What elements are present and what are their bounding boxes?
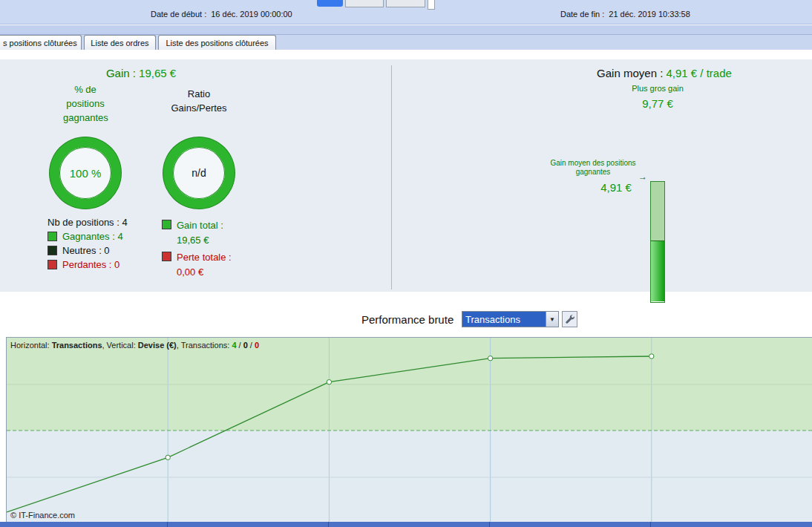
perte-totale-swatch — [162, 252, 171, 261]
cropped-gray-button-2[interactable] — [386, 0, 425, 7]
date-end-label: Date de fin : — [560, 10, 604, 19]
cropped-white-panel — [428, 0, 435, 10]
axis-tick — [489, 522, 490, 527]
axis-tick — [650, 522, 651, 527]
horizontal-label: Horizontal: — [10, 341, 52, 350]
equity-curve-svg — [7, 338, 812, 522]
perte-totale-value: 0,00 € — [177, 266, 203, 278]
horizontal-value: Transactions — [52, 341, 102, 350]
gain-label: Gain : — [106, 67, 136, 79]
equity-chart[interactable]: Horizontal: Transactions, Vertical: Devi… — [6, 337, 812, 522]
plus-gros-gain-label: Plus gros gain — [621, 84, 695, 93]
cropped-gray-button-1[interactable] — [345, 0, 384, 7]
gain-bar-bottom-segment — [651, 241, 664, 301]
legend-label: Perdantes : 0 — [62, 259, 119, 270]
gain-total-value: 19,65 € — [177, 235, 209, 246]
wrench-icon — [565, 314, 575, 324]
legend-label: Gagnantes : 4 — [62, 231, 123, 242]
gain-total-label: Gain total : — [177, 220, 223, 231]
gain-header: Gain : 19,65 € — [59, 67, 223, 79]
performance-brute-label: Performance brute — [361, 313, 454, 326]
arrow-right-icon: → — [638, 171, 647, 182]
x-axis-bar — [0, 522, 812, 527]
legend-label: Neutres : 0 — [62, 245, 110, 256]
toolbar-strip — [0, 25, 812, 35]
selected-option: Transactions — [462, 312, 546, 327]
section-divider — [391, 65, 392, 289]
pct-gagnantes-donut: 100 % — [50, 137, 121, 209]
gain-moyen-gagnantes-label: Gain moyen des positions gagnantes — [545, 159, 641, 177]
perte-totale-label: Perte totale : — [177, 252, 232, 263]
date-start-label: Date de début : — [151, 10, 206, 19]
ratio-value: n/d — [191, 167, 206, 179]
legend-gagnantes: Gagnantes : 4 — [48, 231, 123, 242]
toolbar-dates: Date de début :16 déc. 2019 00:00:00 Dat… — [0, 0, 812, 24]
date-start-value: 16 déc. 2019 00:00:00 — [211, 10, 292, 19]
gain-moyen-label: Gain moyen : — [597, 67, 663, 79]
legend-neutres: Neutres : 0 — [48, 245, 110, 256]
perdantes-swatch — [48, 260, 57, 269]
neutres-swatch — [48, 246, 57, 255]
ratio-label: Ratio Gains/Pertes — [162, 88, 236, 116]
vertical-label: , Vertical: — [102, 341, 138, 350]
perte-totale-item: Perte totale :0,00 € — [162, 250, 232, 279]
date-end-value: 21 déc. 2019 10:33:58 — [609, 10, 690, 19]
trading-report-window: Date de début :16 déc. 2019 00:00:00 Dat… — [0, 0, 812, 527]
gain-moyen-gagnantes-value: 4,91 € — [579, 181, 653, 194]
gain-value: 19,65 € — [139, 67, 176, 79]
legend-perdantes: Perdantes : 0 — [48, 259, 119, 270]
pct-positions-label: % de positions gagnantes — [63, 83, 108, 125]
count-sep: / — [248, 341, 255, 350]
tab-strip: s positions clôturées Liste des ordres L… — [0, 35, 812, 50]
gain-total-item: Gain total :19,65 € — [162, 218, 223, 247]
date-start-field: Date de début :16 déc. 2019 00:00:00 — [151, 10, 292, 19]
copyright-label: © IT-Finance.com — [10, 511, 75, 520]
chevron-down-icon[interactable]: ▼ — [546, 312, 558, 327]
gain-total-swatch — [162, 220, 171, 229]
pct-gagnantes-value: 100 % — [70, 167, 102, 180]
transactions-label: , Transactions: — [177, 341, 232, 350]
chart-info: Horizontal: Transactions, Vertical: Devi… — [10, 341, 259, 350]
gain-moyen-value: 4,91 € / trade — [666, 67, 731, 79]
date-end-field: Date de fin :21 déc. 2019 10:33:58 — [560, 10, 690, 19]
tab-liste-des-ordres[interactable]: Liste des ordres — [84, 35, 156, 50]
chart-settings-button[interactable] — [562, 311, 577, 327]
gain-moyen-header: Gain moyen : 4,91 € / trade — [549, 67, 779, 79]
vertical-value: Devise (€) — [138, 341, 177, 350]
tab-positions-cloturees-cut[interactable]: s positions clôturées — [0, 35, 82, 50]
cropped-blue-button[interactable] — [317, 0, 343, 7]
count-sep: / — [237, 341, 243, 350]
plus-gros-gain-value: 9,77 € — [621, 97, 695, 110]
stats-panel: Gain : 19,65 € % de positions gagnantes … — [0, 59, 812, 292]
axis-tick — [167, 522, 168, 527]
ratio-donut: n/d — [163, 137, 235, 209]
gagnantes-swatch — [48, 232, 57, 241]
tab-label: Liste des positions clôturées — [166, 39, 268, 48]
count-perdantes: 0 — [255, 341, 259, 350]
tab-liste-des-positions-cloturees[interactable]: Liste des positions clôturées — [158, 35, 276, 50]
axis-tick — [328, 522, 329, 527]
gain-bar-chart — [650, 181, 665, 303]
nb-positions: Nb de positions : 4 — [48, 217, 128, 228]
performance-type-select[interactable]: Transactions ▼ — [462, 311, 559, 327]
tab-label: s positions clôturées — [3, 39, 77, 48]
tab-label: Liste des ordres — [91, 39, 148, 48]
